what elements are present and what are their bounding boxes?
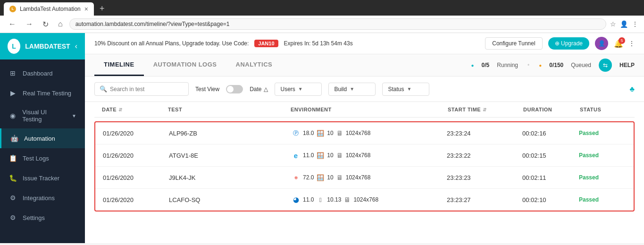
sidebar-item-settings[interactable]: ⚙ Settings [0,208,85,228]
address-bar: ← → ↻ ⌂ ☆ 👤 ⋮ [0,16,644,33]
tabs-row: TIMELINE AUTOMATION LOGS ANALYTICS ● 0/5… [85,54,644,76]
sort-icon: ⇵ [118,107,123,112]
sidebar-item-real-time-testing[interactable]: ▶ Real Time Testing [0,83,85,103]
os-version: 10 [327,130,333,136]
sidebar-item-label: Automation [24,135,55,142]
cell-environment: Ⓟ 18.0 🪟 10 🖥 1024x768 [292,129,447,137]
filters-row: 🔍 Test View Date △ Users ▼ Build ▼ Statu… [85,76,644,102]
sidebar-toggle[interactable]: ‹ [75,42,77,51]
sidebar-item-issue-tracker[interactable]: 🐛 Issue Tracker [0,168,85,188]
visual-ui-icon: ◉ [8,111,17,120]
search-box[interactable]: 🔍 [94,82,189,96]
reload-btn[interactable]: ↻ [40,19,51,30]
sort-icon: ⇵ [483,107,487,112]
chevron-down-icon: ▼ [350,86,354,92]
cell-test: LCAFO-SQ [169,196,292,203]
cell-test: J9LK4-JK [169,174,292,181]
settings-icon: ⚙ [8,213,17,222]
cell-start-time: 23:23:23 [447,174,522,181]
col-start-time: START TIME ⇵ [448,107,523,112]
configure-tunnel-btn[interactable]: Configure Tunnel [485,37,542,50]
test-view-toggle[interactable] [226,85,243,93]
col-date: DATE ⇵ [102,107,168,112]
active-tab[interactable]: L LambdaTest Automation × [4,2,94,16]
col-status: STATUS [580,107,627,112]
cell-environment: ◕ 11.0  10.13 🖥 1024x768 [292,195,447,204]
sidebar-item-integrations[interactable]: ⚙ Integrations [0,188,85,208]
mac-os-icon:  [317,196,324,203]
tab-analytics[interactable]: ANALYTICS [226,54,282,76]
chevron-down-icon: ▼ [407,86,412,92]
address-input[interactable] [69,18,606,30]
forward-btn[interactable]: → [23,19,36,29]
sidebar-item-automation[interactable]: 🤖 Automation [0,128,85,148]
upgrade-btn[interactable]: ⊕ Upgrade [548,37,589,50]
search-icon: 🔍 [100,85,107,93]
build-filter[interactable]: Build ▼ [328,83,376,96]
users-filter[interactable]: Users ▼ [275,83,322,96]
filter-funnel-icon: △ [264,86,268,93]
os-version: 10.13 [327,196,341,203]
resolution: 1024x768 [346,174,371,181]
browser-version: 11.0 [303,196,314,203]
app-container: L LAMBDATEST ‹ ⊞ Dashboard ▶ Real Time T… [0,33,644,243]
tab-timeline[interactable]: TIMELINE [94,54,144,76]
toggle-knob [227,86,234,93]
date-filter[interactable]: Date △ [250,86,268,93]
monitor-icon: 🖥 [336,152,343,159]
os-version: 10 [327,152,333,159]
sidebar-logo: L LAMBDATEST ‹ [0,33,85,59]
more-options-icon[interactable]: ⋮ [629,40,635,47]
resolution: 1024x768 [353,196,378,203]
sidebar-item-test-logs[interactable]: 📋 Test Logs [0,148,85,168]
bell-icon[interactable]: 🔔 5 [614,39,623,48]
running-dot: ● [471,63,474,68]
queued-count: 0/150 [549,62,563,68]
monitor-icon: 🖥 [336,129,343,137]
windows-os-icon: 🪟 [317,152,324,159]
back-btn[interactable]: ← [6,19,19,29]
status-filter[interactable]: Status ▼ [382,83,429,96]
tab-close-btn[interactable]: × [84,5,88,13]
cell-test: ALP96-ZB [169,130,292,137]
tunnel-icon[interactable]: ⇆ [599,59,612,72]
table-row[interactable]: 01/26/2020 ALP96-ZB Ⓟ 18.0 🪟 10 🖥 1024x7… [95,122,634,144]
sidebar-item-visual-ui-testing[interactable]: ◉ Visual UI Testing ▼ [0,103,85,128]
header-icons: 👤 🔔 5 ⋮ [595,37,635,50]
help-btn[interactable]: HELP [619,62,635,68]
col-test: TEST [168,107,291,112]
tabs-right-status: ● 0/5 Running • ● 0/150 Queued ⇆ HELP [471,59,635,72]
new-tab-btn[interactable]: + [96,2,109,16]
search-input[interactable] [110,86,184,93]
edge-browser-icon: Ⓟ [292,129,300,137]
windows-os-icon: 🪟 [317,129,324,137]
banner-text: 10% Discount on all Annual Plans, Upgrad… [94,40,249,47]
browser-version: 72.0 [303,174,314,181]
chrome-browser-icon: ⎈ [292,173,300,182]
table-row[interactable]: 01/26/2020 ATGV1-8E e 11.0 🪟 10 🖥 1024x7… [95,144,634,167]
promo-code: JAN10 [254,40,278,47]
cell-date: 01/26/2020 [103,152,169,159]
automation-icon: 🤖 [10,134,18,143]
cell-date: 01/26/2020 [103,130,169,137]
test-view-label: Test View [195,86,219,93]
table-row[interactable]: 01/26/2020 J9LK4-JK ⎈ 72.0 🪟 10 🖥 1024x7… [95,167,634,189]
table-row[interactable]: 01/26/2020 LCAFO-SQ ◕ 11.0  10.13 🖥 102… [95,189,634,211]
main-content: 10% Discount on all Annual Plans, Upgrad… [85,33,644,243]
sidebar-item-label: Issue Tracker [23,175,59,182]
expires-text: Expires In: 5d 13h 54m 43s [284,40,353,47]
tab-automation-logs[interactable]: AUTOMATION LOGS [144,54,226,76]
tab-title: LambdaTest Automation [20,6,81,12]
home-btn[interactable]: ⌂ [55,19,66,29]
chevron-down-icon: ▼ [72,113,76,118]
table-container: DATE ⇵ TEST ENVIRONMENT START TIME ⇵ DUR… [85,102,644,243]
filter-clear-btn[interactable]: ♣ [630,85,635,93]
real-time-icon: ▶ [8,89,17,97]
star-icon[interactable]: ☆ [610,20,616,28]
resolution: 1024x768 [346,130,371,136]
sidebar-item-dashboard[interactable]: ⊞ Dashboard [0,63,85,83]
user-profile-icon[interactable]: 👤 [620,20,628,28]
tab-favicon: L [9,6,16,12]
avatar[interactable]: 👤 [595,37,608,50]
more-options-icon[interactable]: ⋮ [632,20,638,28]
